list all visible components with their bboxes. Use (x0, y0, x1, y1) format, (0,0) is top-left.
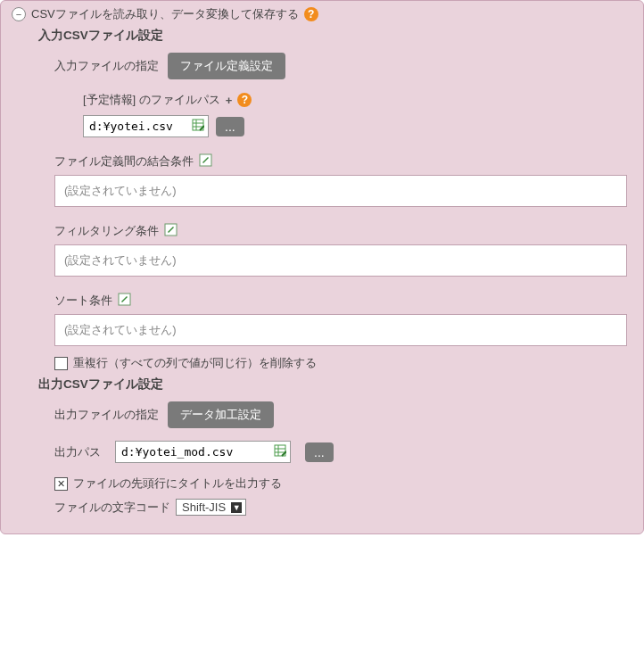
output-file-spec-label: 出力ファイルの指定 (54, 407, 159, 423)
help-icon[interactable]: ? (304, 7, 318, 21)
csv-settings-panel: − CSVファイルを読み取り、データ変換して保存する ? 入力CSVファイル設定… (0, 0, 644, 534)
sort-condition-value[interactable]: (設定されていません) (54, 314, 627, 346)
edit-icon[interactable] (164, 223, 178, 239)
add-path-plus[interactable]: + (226, 94, 233, 107)
title-row-label: ファイルの先頭行にタイトルを出力する (73, 475, 282, 492)
join-condition-label: ファイル定義間の結合条件 (54, 153, 194, 170)
file-path-label: [予定情報] のファイルパス (83, 92, 220, 108)
collapse-button[interactable]: − (12, 7, 26, 21)
encoding-label: ファイルの文字コード (54, 500, 170, 516)
edit-icon[interactable] (199, 153, 212, 170)
chevron-down-icon: ▼ (231, 502, 242, 513)
dedup-checkbox[interactable] (54, 357, 68, 370)
output-file-path-field[interactable] (120, 443, 274, 460)
input-file-path-field[interactable] (87, 118, 192, 135)
spreadsheet-icon[interactable] (274, 444, 286, 459)
encoding-select[interactable]: Shift-JIS ▼ (176, 499, 246, 516)
sort-condition-label: ソート条件 (54, 293, 112, 309)
dedup-label: 重複行（すべての列で値が同じ行）を削除する (73, 355, 317, 371)
data-transform-button[interactable]: データ加工設定 (168, 401, 274, 428)
title-row-checkbox[interactable] (54, 477, 68, 491)
output-path-label: 出力パス (54, 444, 101, 460)
panel-title: CSVファイルを読み取り、データ変換して保存する (31, 6, 299, 22)
output-section-title: 出力CSVファイル設定 (38, 376, 632, 393)
edit-icon[interactable] (118, 293, 131, 309)
filter-condition-value[interactable]: (設定されていません) (54, 244, 627, 277)
filter-condition-label: フィルタリング条件 (54, 223, 159, 239)
file-definition-button[interactable]: ファイル定義設定 (168, 53, 285, 79)
encoding-value: Shift-JIS (182, 500, 226, 514)
browse-button[interactable]: ... (305, 442, 334, 462)
spreadsheet-icon[interactable] (192, 119, 204, 134)
help-icon[interactable]: ? (237, 93, 252, 107)
input-file-spec-label: 入力ファイルの指定 (54, 58, 159, 74)
input-section-title: 入力CSVファイル設定 (38, 28, 632, 44)
join-condition-value[interactable]: (設定されていません) (54, 175, 627, 207)
browse-button[interactable]: ... (216, 117, 244, 136)
